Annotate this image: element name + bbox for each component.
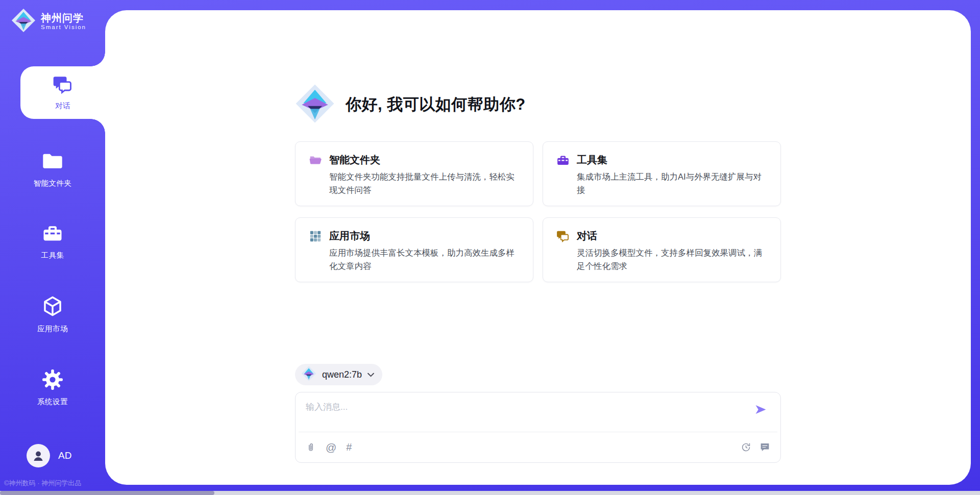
sidebar: 神州问学 Smart Vision 对话 智能文件夹 工具集 <box>0 0 105 495</box>
feedback-chat-icon[interactable] <box>760 442 770 453</box>
sidebar-item-label: 应用市场 <box>37 324 68 334</box>
sidebar-item-toolset[interactable]: 工具集 <box>0 213 105 269</box>
feature-cards: 智能文件夹 智能文件夹功能支持批量文件上传与清洗，轻松实现文件问答 工具集 集成… <box>295 141 781 282</box>
copyright-text: ©神州数码 · 神州问学出品 <box>4 479 81 488</box>
card-title: 工具集 <box>577 153 767 167</box>
card-title: 对话 <box>577 229 767 243</box>
model-name: qwen2:7b <box>322 369 362 380</box>
mention-icon[interactable]: @ <box>326 441 336 454</box>
sidebar-item-label: 智能文件夹 <box>34 179 72 188</box>
card-toolset[interactable]: 工具集 集成市场上主流工具，助力AI与外界无缝扩展与对接 <box>543 141 781 206</box>
attachment-icon[interactable] <box>306 442 316 453</box>
main-panel: 你好, 我可以如何帮助你? 智能文件夹 智能文件夹功能支持批量文件上传与清洗，轻… <box>105 10 971 485</box>
message-input[interactable] <box>296 392 708 432</box>
card-description: 灵活切换多模型文件，支持多样回复效果调试，满足个性化需求 <box>577 246 767 273</box>
brand-logo: 神州问学 Smart Vision <box>11 8 86 35</box>
card-chat[interactable]: 对话 灵活切换多模型文件，支持多样回复效果调试，满足个性化需求 <box>543 217 781 282</box>
brand-name-en: Smart Vision <box>41 24 86 31</box>
card-smart-folder[interactable]: 智能文件夹 智能文件夹功能支持批量文件上传与清洗，轻松实现文件问答 <box>295 141 533 206</box>
user-menu[interactable]: AD <box>27 444 71 467</box>
chat-icon <box>556 230 570 243</box>
sidebar-item-settings[interactable]: 系统设置 <box>0 360 105 416</box>
horizontal-scrollbar[interactable] <box>0 491 980 495</box>
toolbox-icon <box>42 222 63 246</box>
sidebar-item-chat[interactable]: 对话 <box>20 66 105 119</box>
folder-open-icon <box>309 154 322 167</box>
sidebar-item-smart-folder[interactable]: 智能文件夹 <box>0 141 105 197</box>
card-description: 应用市场提供丰富长文本模板，助力高效生成多样化文章内容 <box>329 246 520 273</box>
card-app-market[interactable]: 应用市场 应用市场提供丰富长文本模板，助力高效生成多样化文章内容 <box>295 217 533 282</box>
toolbox-icon <box>556 154 570 167</box>
gear-icon <box>42 369 63 392</box>
card-description: 智能文件夹功能支持批量文件上传与清洗，轻松实现文件问答 <box>329 170 520 196</box>
message-composer: @ # <box>295 392 781 463</box>
avatar <box>27 444 50 467</box>
chevron-down-icon <box>368 370 374 379</box>
card-title: 应用市场 <box>329 229 520 243</box>
send-icon[interactable] <box>755 405 767 414</box>
sidebar-item-label: 工具集 <box>41 251 64 260</box>
hash-icon[interactable]: # <box>346 441 352 453</box>
user-initials: AD <box>58 450 71 461</box>
diamond-logo-icon <box>295 83 335 127</box>
greeting-title: 你好, 我可以如何帮助你? <box>346 94 526 115</box>
sidebar-item-label: 系统设置 <box>37 397 68 407</box>
diamond-logo-icon <box>301 366 316 383</box>
diamond-logo-icon <box>11 8 36 35</box>
history-icon[interactable] <box>741 442 751 453</box>
card-title: 智能文件夹 <box>329 153 520 167</box>
brand-name-cn: 神州问学 <box>41 12 86 24</box>
cube-icon <box>41 295 64 319</box>
scrollbar-thumb[interactable] <box>0 491 214 495</box>
sidebar-item-app-market[interactable]: 应用市场 <box>0 286 105 342</box>
model-selector[interactable]: qwen2:7b <box>295 364 382 385</box>
greeting: 你好, 我可以如何帮助你? <box>295 84 781 125</box>
card-description: 集成市场上主流工具，助力AI与外界无缝扩展与对接 <box>577 170 767 196</box>
sidebar-item-label: 对话 <box>55 101 70 111</box>
chat-icon <box>53 75 73 97</box>
folder-icon <box>41 150 64 174</box>
app-grid-icon <box>309 230 322 243</box>
